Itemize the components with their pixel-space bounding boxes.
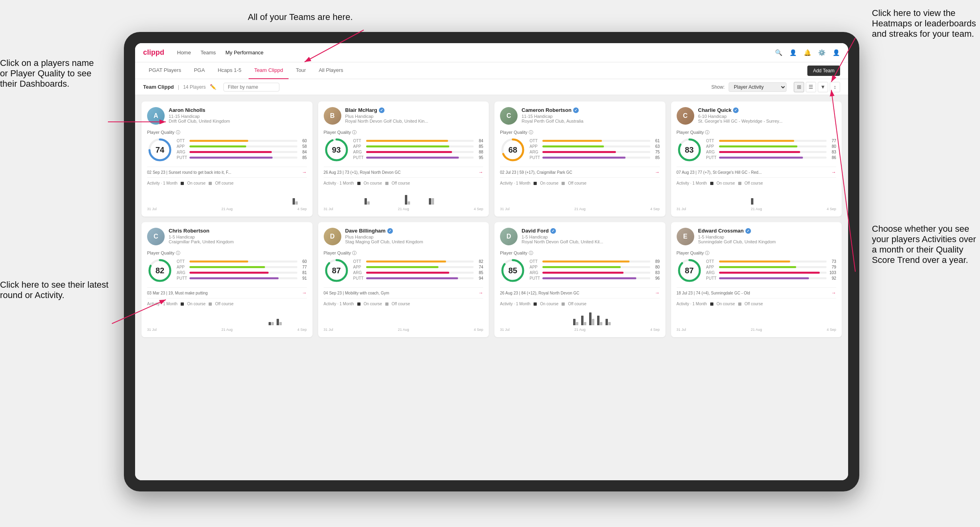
player-avatar: D [500, 228, 518, 245]
player-name[interactable]: David Ford✓ [522, 228, 660, 234]
tab-pga[interactable]: PGA [188, 62, 210, 79]
round-info[interactable]: 02 Sep 23 | Sunset round to get back int… [147, 167, 307, 178]
round-text: 03 Mar 23 | 19, Must make putting [147, 291, 208, 295]
quality-circle[interactable]: 74 [147, 137, 173, 163]
on-course-bar [589, 312, 592, 325]
app-row: APP 79 [706, 265, 837, 269]
search-icon[interactable]: 🔍 [775, 49, 783, 57]
player-name[interactable]: Charlie Quick✓ [698, 107, 837, 113]
grid-view-button[interactable]: ⊞ [794, 82, 804, 92]
bell-icon[interactable]: 🔔 [803, 49, 811, 57]
round-arrow[interactable]: → [478, 169, 483, 175]
add-team-button[interactable]: Add Team [807, 66, 840, 76]
round-arrow[interactable]: → [478, 290, 483, 296]
filter-view-button[interactable]: ▼ [818, 82, 828, 92]
chart-area: 31 Jul 21 Aug 4 Sep [324, 187, 484, 211]
tab-hcaps[interactable]: Hcaps 1-5 [212, 62, 247, 79]
quality-section-wrapper: Player Quality ⓘ 82 OTT 60 [147, 250, 307, 283]
chart-bar-group [428, 198, 435, 205]
app-value: 79 [828, 265, 836, 269]
app-row: APP 80 [530, 265, 660, 269]
player-name[interactable]: Cameron Robertson✓ [522, 107, 660, 113]
round-text: 18 Jul 23 | 74 (+4), Sunningdale GC - Ol… [677, 291, 750, 295]
oncourse-label: On course [364, 302, 382, 306]
player-name[interactable]: Blair McHarg✓ [345, 107, 484, 113]
activity-section: Activity · 1 Month On course Off course [324, 181, 484, 211]
app-row: APP 63 [530, 144, 660, 149]
on-course-bar [751, 198, 753, 205]
show-select[interactable]: Player Activity Quality Score Trend [729, 82, 787, 92]
round-info[interactable]: 26 Aug 23 | 73 (+1), Royal North Devon G… [324, 167, 484, 178]
round-arrow[interactable]: → [302, 290, 307, 296]
round-arrow[interactable]: → [655, 290, 660, 296]
arg-bar [366, 272, 474, 274]
player-name[interactable]: Dave Billingham✓ [345, 228, 484, 234]
nav-home[interactable]: Home [177, 50, 191, 56]
round-info[interactable]: 04 Sep 23 | Mobility with coach, Gym → [324, 287, 484, 298]
round-arrow[interactable]: → [302, 169, 307, 175]
player-name[interactable]: Aaron Nicholls [169, 107, 307, 113]
arg-bar [189, 151, 297, 153]
on-course-bar [405, 195, 407, 205]
date-start: 31 Jul [500, 207, 510, 211]
avatar-icon[interactable]: 👤 [832, 49, 840, 57]
player-name[interactable]: Edward Crossman✓ [698, 228, 837, 234]
tab-team-clippd[interactable]: Team Clippd [249, 62, 289, 79]
app-bar [719, 266, 827, 268]
quality-section: 87 OTT 82 APP 74 [324, 258, 484, 283]
date-start: 31 Jul [147, 207, 157, 211]
round-text: 07 Aug 23 | 77 (+7), St George's Hill GC… [677, 170, 762, 175]
round-info[interactable]: 03 Mar 23 | 19, Must make putting → [147, 287, 307, 298]
player-info: David Ford✓ 1-5 Handicap Royal North Dev… [522, 228, 660, 244]
annotation-right-bottom: Choose whether you see your players Acti… [872, 224, 976, 265]
quality-circle[interactable]: 87 [677, 258, 702, 283]
player-club: St. George's Hill GC - Weybridge - Surre… [698, 119, 837, 123]
round-text: 26 Aug 23 | 73 (+1), Royal North Devon G… [324, 170, 401, 175]
tab-tour[interactable]: Tour [290, 62, 311, 79]
date-end: 4 Sep [297, 207, 307, 211]
ott-label: OTT [177, 259, 188, 264]
arg-value: 84 [299, 150, 307, 154]
round-info[interactable]: 02 Jul 23 | 59 (+17), Craigmillar Park G… [500, 167, 660, 178]
nav-teams[interactable]: Teams [201, 50, 216, 56]
round-arrow[interactable]: → [831, 169, 836, 175]
putt-bar [366, 277, 474, 279]
quality-circle[interactable]: 68 [500, 137, 526, 163]
putt-label: PUTT [353, 276, 365, 280]
quality-circle[interactable]: 85 [500, 258, 526, 283]
chart-dates: 31 Jul 21 Aug 4 Sep [500, 328, 660, 332]
quality-circle[interactable]: 82 [147, 258, 173, 283]
quality-section: 68 OTT 61 APP 63 [500, 137, 660, 163]
user-icon[interactable]: 👤 [789, 49, 797, 57]
activity-prefix: Activity · 1 Month [147, 181, 177, 185]
list-view-button[interactable]: ☰ [806, 82, 816, 92]
player-card: C Charlie Quick✓ 6-10 Handicap St. Georg… [671, 101, 842, 217]
verified-badge: ✓ [733, 107, 739, 113]
round-arrow[interactable]: → [655, 169, 660, 175]
quality-circle[interactable]: 87 [324, 258, 349, 283]
tab-pgat-players[interactable]: PGAT Players [143, 62, 187, 79]
round-info[interactable]: 18 Jul 23 | 74 (+4), Sunningdale GC - Ol… [677, 287, 837, 298]
tab-all-players[interactable]: All Players [313, 62, 349, 79]
offcourse-legend [738, 182, 741, 185]
settings-icon[interactable]: ⚙️ [818, 49, 826, 57]
chart-bar-group [275, 319, 283, 325]
sort-view-button[interactable]: ↕ [830, 82, 840, 92]
quality-circle[interactable]: 93 [324, 137, 349, 163]
round-info[interactable]: 26 Aug 23 | 84 (+12), Royal North Devon … [500, 287, 660, 298]
player-name[interactable]: Chris Robertson [169, 228, 307, 234]
edit-icon[interactable]: ✏️ [210, 84, 216, 90]
round-info[interactable]: 07 Aug 23 | 77 (+7), St George's Hill GC… [677, 167, 837, 178]
player-avatar: B [324, 107, 341, 125]
round-arrow[interactable]: → [831, 290, 836, 296]
player-header: E Edward Crossman✓ 1-5 Handicap Sunningd… [677, 228, 837, 245]
filter-input[interactable] [223, 83, 279, 91]
quality-circle[interactable]: 83 [677, 137, 702, 163]
toolbar: Team Clippd | 14 Players ✏️ Show: Player… [135, 79, 848, 95]
content-area[interactable]: A Aaron Nicholls 11-15 Handicap Drift Go… [135, 95, 848, 480]
team-name: Team Clippd [143, 84, 174, 90]
nav-my-performance[interactable]: My Performance [225, 50, 263, 56]
offcourse-legend [385, 302, 388, 306]
date-start: 31 Jul [677, 328, 686, 332]
on-course-bar [293, 198, 295, 205]
